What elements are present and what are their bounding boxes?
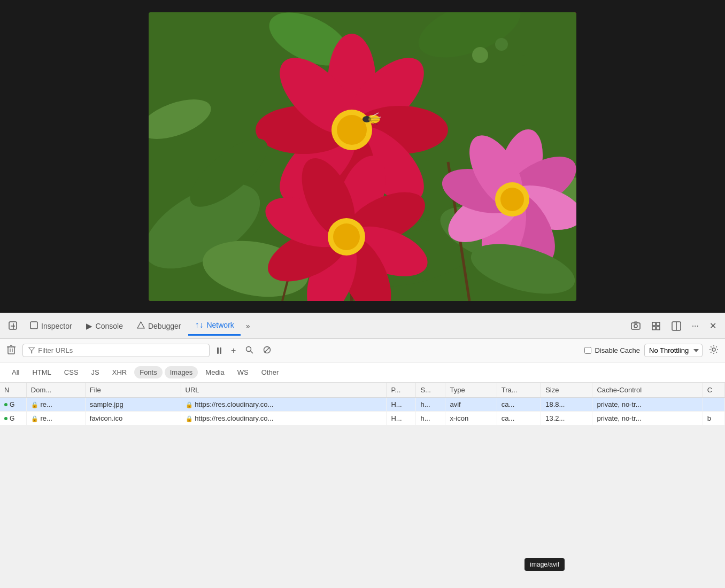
block-icon	[263, 346, 271, 354]
row-url: 🔒 https://res.cloudinary.co...	[181, 398, 387, 412]
filter-css[interactable]: CSS	[59, 366, 84, 378]
row-s-2: h...	[416, 412, 445, 425]
tab-network[interactable]: ↑↓ Network	[188, 316, 240, 336]
tab-inspector[interactable]: Inspector	[24, 317, 79, 335]
svg-point-49	[472, 47, 488, 63]
close-button[interactable]: ✕	[705, 318, 721, 334]
row-cache: private, no-tr...	[592, 398, 703, 412]
table-header-row: N Dom... File URL P... S... Type Tra... …	[0, 383, 725, 398]
svg-rect-59	[631, 323, 640, 329]
svg-line-74	[251, 351, 253, 353]
more-tabs-button[interactable]: »	[242, 319, 254, 334]
col-tra: Tra...	[497, 383, 541, 398]
inspector-label: Inspector	[41, 322, 72, 330]
svg-line-76	[265, 347, 270, 352]
block-button[interactable]	[260, 344, 274, 358]
row-p-2: H...	[387, 412, 416, 425]
row-file: sample.jpg	[85, 398, 181, 412]
lock-icon-3: 🔒	[31, 415, 38, 422]
col-file: File	[85, 383, 181, 398]
disable-cache-text: Disable Cache	[595, 346, 640, 354]
network-icon: ↑↓	[195, 320, 203, 330]
row-size-2: 13.2...	[541, 412, 592, 425]
console-label: Console	[96, 322, 123, 330]
pause-button[interactable]	[214, 345, 225, 356]
table-row[interactable]: G 🔒 re... favicon.ico 🔒 https://res.clou…	[0, 412, 725, 425]
col-s: S...	[416, 383, 445, 398]
table-row[interactable]: G 🔒 re... sample.jpg 🔒 https://res.cloud…	[0, 398, 725, 412]
filter-all[interactable]: All	[6, 366, 25, 378]
svg-point-20	[337, 115, 367, 145]
network-table[interactable]: N Dom... File URL P... S... Type Tra... …	[0, 383, 725, 425]
filter-media[interactable]: Media	[200, 366, 229, 378]
filter-input-wrap[interactable]	[22, 344, 210, 357]
webpage-content	[149, 12, 576, 301]
disable-cache-checkbox[interactable]	[584, 347, 591, 354]
more-options-button[interactable]: ···	[688, 318, 703, 334]
layout-button[interactable]	[667, 318, 685, 334]
filter-html[interactable]: HTML	[27, 366, 56, 378]
filter-icon	[28, 347, 35, 354]
filter-controls: +	[214, 344, 274, 358]
browser-viewport	[0, 0, 725, 313]
svg-rect-63	[657, 322, 660, 326]
debugger-label: Debugger	[148, 322, 181, 330]
gear-icon	[709, 345, 719, 354]
row-p: H...	[387, 398, 416, 412]
col-cache: Cache-Control	[592, 383, 703, 398]
filter-bar: + Disable Cache No Throttling Sl	[0, 339, 725, 362]
col-type: Type	[445, 383, 497, 398]
filter-input[interactable]	[38, 346, 204, 354]
filter-fonts[interactable]: Fonts	[134, 366, 163, 378]
svg-point-77	[712, 348, 715, 351]
svg-point-50	[495, 38, 508, 51]
settings-button[interactable]	[707, 343, 721, 359]
row-status: G	[0, 398, 26, 412]
filter-images[interactable]: Images	[165, 366, 198, 378]
inspect-element-button[interactable]	[4, 318, 22, 334]
filter-ws[interactable]: WS	[232, 366, 254, 378]
throttle-select[interactable]: No Throttling Slow 3G Fast 3G Offline	[644, 344, 703, 357]
col-url: URL	[181, 383, 387, 398]
add-button[interactable]: +	[228, 344, 239, 358]
col-c: C	[703, 383, 724, 398]
filter-other[interactable]: Other	[256, 366, 284, 378]
svg-point-26	[368, 115, 380, 123]
devtools-panel: Inspector ▶ Console Debugger ↑↓ Network …	[0, 313, 725, 588]
tab-debugger[interactable]: Debugger	[130, 317, 188, 335]
pause-icon	[217, 347, 221, 354]
clear-button[interactable]	[4, 342, 18, 359]
network-label: Network	[206, 321, 234, 329]
svg-rect-55	[9, 322, 17, 329]
lock-icon-2: 🔒	[186, 401, 193, 408]
svg-point-73	[246, 346, 251, 351]
disable-cache-label[interactable]: Disable Cache	[584, 346, 640, 354]
devtools-toolbar: Inspector ▶ Console Debugger ↑↓ Network …	[0, 313, 725, 339]
svg-rect-65	[657, 327, 660, 330]
more-options-icon: ···	[692, 321, 699, 331]
row-type-2: x-icon	[445, 412, 497, 425]
svg-rect-62	[652, 322, 655, 326]
svg-point-60	[634, 324, 637, 328]
lock-icon: 🔒	[31, 401, 38, 408]
screenshot-button[interactable]	[627, 318, 645, 334]
search-button[interactable]	[242, 344, 257, 358]
svg-rect-58	[30, 322, 37, 329]
row-url-2: 🔒 https://res.cloudinary.co...	[181, 412, 387, 425]
row-tra-2: ca...	[497, 412, 541, 425]
add-icon: +	[231, 346, 236, 355]
frame-button[interactable]	[647, 318, 665, 334]
col-domain: Dom...	[26, 383, 85, 398]
search-icon	[245, 346, 253, 354]
tab-console[interactable]: ▶ Console	[80, 317, 129, 335]
filter-xhr[interactable]: XHR	[107, 366, 132, 378]
row-size: 18.8...	[541, 398, 592, 412]
status-dot	[4, 417, 7, 420]
network-table-wrap: N Dom... File URL P... S... Type Tra... …	[0, 383, 725, 588]
col-status: N	[0, 383, 26, 398]
svg-rect-64	[652, 327, 655, 330]
mime-type-tooltip: image/avif	[525, 558, 565, 571]
col-p: P...	[387, 383, 416, 398]
filter-js[interactable]: JS	[86, 366, 105, 378]
console-icon: ▶	[86, 321, 92, 331]
